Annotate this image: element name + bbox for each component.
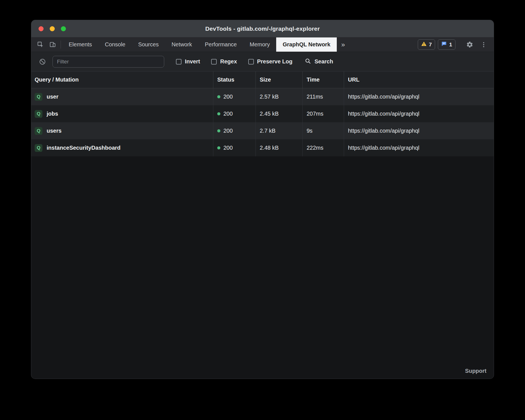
table-row[interactable]: Q jobs 200 2.45 kB 207ms https://gitlab.…	[31, 105, 494, 122]
size-cell: 2.45 kB	[256, 105, 302, 122]
query-cell: Q users	[31, 122, 213, 139]
query-name: users	[47, 128, 61, 134]
issues-count: 1	[449, 42, 452, 48]
query-type-badge: Q	[35, 144, 42, 152]
regex-filter-group: Regex	[211, 58, 237, 65]
status-cell: 200	[213, 88, 256, 105]
devtools-tabbar: Elements Console Sources Network Perform…	[31, 37, 494, 52]
status-ok-dot	[217, 129, 220, 132]
invert-label[interactable]: Invert	[185, 58, 200, 65]
table-row[interactable]: Q user 200 2.57 kB 211ms https://gitlab.…	[31, 88, 494, 105]
column-header-time[interactable]: Time	[302, 71, 344, 88]
tab-memory[interactable]: Memory	[243, 37, 276, 52]
clear-requests-icon[interactable]	[37, 56, 48, 67]
status-cell: 200	[213, 122, 256, 139]
support-link[interactable]: Support	[465, 368, 486, 374]
search-label: Search	[314, 58, 333, 65]
invert-checkbox[interactable]	[176, 59, 182, 65]
time-cell: 9s	[302, 122, 344, 139]
time-cell: 207ms	[302, 105, 344, 122]
table-header: Query / Mutation Status Size Time URL	[31, 71, 494, 88]
tab-console[interactable]: Console	[98, 37, 132, 52]
traffic-lights	[39, 20, 66, 37]
tab-network[interactable]: Network	[165, 37, 198, 52]
query-type-badge: Q	[35, 127, 42, 135]
size-cell: 2.7 kB	[256, 122, 302, 139]
device-toolbar-icon[interactable]	[47, 39, 58, 50]
query-cell: Q user	[31, 88, 213, 105]
tab-graphql-network[interactable]: GraphQL Network	[276, 37, 337, 52]
size-cell: 2.57 kB	[256, 88, 302, 105]
inspect-element-icon[interactable]	[35, 39, 46, 50]
window-title: DevTools - gitlab.com/-/graphql-explorer	[205, 25, 320, 32]
status-code: 200	[223, 111, 233, 117]
size-cell: 2.48 kB	[256, 139, 302, 156]
minimize-button[interactable]	[50, 26, 55, 31]
url-cell: https://gitlab.com/api/graphql	[344, 122, 494, 139]
message-icon	[441, 41, 447, 48]
preserve-log-checkbox[interactable]	[248, 59, 254, 65]
tab-elements[interactable]: Elements	[62, 37, 98, 52]
tab-sources[interactable]: Sources	[132, 37, 165, 52]
query-name: jobs	[47, 111, 58, 117]
status-ok-dot	[217, 95, 220, 98]
url-cell: https://gitlab.com/api/graphql	[344, 139, 494, 156]
table-body: Q user 200 2.57 kB 211ms https://gitlab.…	[31, 88, 494, 156]
query-cell: Q jobs	[31, 105, 213, 122]
tabbar-right-controls: 7 1	[418, 37, 494, 52]
search-icon	[305, 58, 311, 66]
more-tabs-button[interactable]: »	[337, 37, 349, 52]
preserve-log-label[interactable]: Preserve Log	[257, 58, 293, 65]
preserve-log-group: Preserve Log	[248, 58, 293, 65]
column-header-status[interactable]: Status	[213, 71, 256, 88]
issues-badge[interactable]: 1	[438, 39, 455, 50]
query-type-badge: Q	[35, 110, 42, 118]
tabbar-icon-group	[31, 37, 59, 52]
status-cell: 200	[213, 105, 256, 122]
time-cell: 222ms	[302, 139, 344, 156]
query-name: instanceSecurityDashboard	[47, 145, 121, 151]
regex-checkbox[interactable]	[211, 59, 217, 65]
warning-icon	[421, 41, 427, 48]
invert-filter-group: Invert	[176, 58, 200, 65]
warnings-badge[interactable]: 7	[418, 39, 435, 50]
status-ok-dot	[217, 112, 220, 115]
query-type-badge: Q	[35, 93, 42, 101]
warning-count: 7	[429, 42, 432, 48]
search-control[interactable]: Search	[305, 58, 333, 66]
tabs: Elements Console Sources Network Perform…	[62, 37, 349, 52]
status-code: 200	[223, 94, 233, 100]
url-cell: https://gitlab.com/api/graphql	[344, 88, 494, 105]
column-header-url[interactable]: URL	[344, 71, 494, 88]
devtools-window: DevTools - gitlab.com/-/graphql-explorer…	[31, 20, 494, 379]
settings-gear-icon[interactable]	[464, 39, 475, 50]
column-header-query[interactable]: Query / Mutation	[31, 71, 213, 88]
status-cell: 200	[213, 139, 256, 156]
zoom-button[interactable]	[61, 26, 66, 31]
footer: Support	[465, 368, 486, 374]
status-code: 200	[223, 128, 233, 134]
url-cell: https://gitlab.com/api/graphql	[344, 105, 494, 122]
kebab-menu-icon[interactable]	[478, 39, 489, 50]
time-cell: 211ms	[302, 88, 344, 105]
table-row[interactable]: Q instanceSecurityDashboard 200 2.48 kB …	[31, 139, 494, 156]
query-name: user	[47, 94, 58, 100]
tab-performance[interactable]: Performance	[199, 37, 244, 52]
filter-input[interactable]	[52, 56, 164, 68]
titlebar: DevTools - gitlab.com/-/graphql-explorer	[31, 20, 494, 37]
regex-label[interactable]: Regex	[220, 58, 237, 65]
tabbar-divider	[61, 40, 61, 49]
filter-toolbar: Invert Regex Preserve Log Search	[31, 52, 494, 71]
status-code: 200	[223, 145, 233, 151]
close-button[interactable]	[39, 26, 44, 31]
query-cell: Q instanceSecurityDashboard	[31, 139, 213, 156]
column-header-size[interactable]: Size	[256, 71, 302, 88]
status-ok-dot	[217, 146, 220, 149]
table-row[interactable]: Q users 200 2.7 kB 9s https://gitlab.com…	[31, 122, 494, 139]
